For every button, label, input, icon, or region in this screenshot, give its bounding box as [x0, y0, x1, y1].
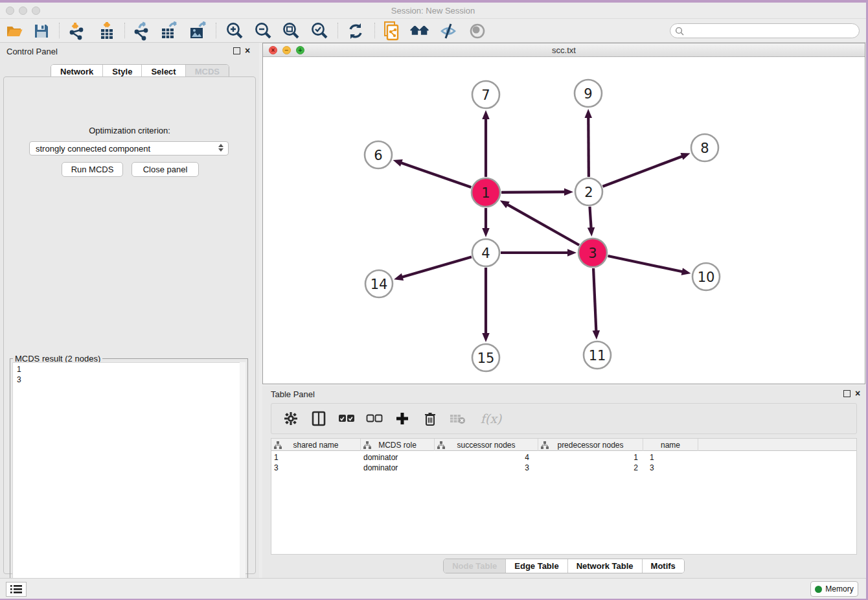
export-image-button[interactable] — [187, 21, 208, 41]
show-all-button[interactable] — [467, 21, 488, 41]
export-table-icon — [159, 21, 179, 41]
zoom-fit-button[interactable] — [280, 21, 301, 41]
tab-motifs[interactable]: Motifs — [643, 559, 684, 573]
edge-arrowhead — [482, 333, 490, 342]
column-header-mcds-role[interactable]: MCDS role — [361, 439, 435, 451]
search-field[interactable] — [670, 23, 860, 38]
graph-node-label: 15 — [477, 351, 495, 366]
network-view-window: × − + scc.txt 7968124314101511 — [262, 43, 865, 384]
new-network-from-selection-button[interactable] — [382, 21, 402, 41]
cell-name: 1 — [650, 453, 695, 463]
columns-icon — [312, 411, 326, 426]
tab-network-table[interactable]: Network Table — [568, 559, 643, 573]
select-all-button[interactable] — [338, 410, 355, 427]
cell-predecessor-nodes: 2 — [538, 463, 638, 473]
tab-edge-table[interactable]: Edge Table — [506, 559, 567, 573]
edge-2-3[interactable] — [589, 207, 591, 229]
zoom-out-button[interactable] — [253, 21, 273, 41]
table-row[interactable]: 3 dominator 3 2 3 — [271, 463, 856, 473]
delete-row-button[interactable] — [422, 410, 439, 427]
table-panel: Table Panel × — [262, 386, 865, 578]
fx-icon: f(x) — [481, 411, 502, 426]
import-table-button[interactable] — [97, 21, 117, 41]
add-row-button[interactable] — [394, 410, 411, 427]
apply-layout-button[interactable] — [345, 21, 366, 41]
column-header-name[interactable]: name — [643, 439, 698, 451]
trash-icon — [424, 411, 437, 426]
memory-button[interactable]: Memory — [810, 581, 858, 597]
edge-arrowhead — [681, 268, 691, 275]
edge-arrowhead — [564, 188, 573, 195]
open-session-button[interactable] — [4, 21, 25, 41]
edge-1-2[interactable] — [501, 192, 566, 192]
save-session-button[interactable] — [31, 21, 52, 41]
edge-arrowhead — [394, 273, 404, 281]
open-folder-icon — [5, 22, 23, 40]
float-table-panel-icon[interactable] — [843, 390, 851, 397]
import-network-button[interactable] — [66, 21, 87, 41]
run-mcds-button[interactable]: Run MCDS — [62, 162, 123, 177]
search-input[interactable] — [687, 27, 859, 36]
network-window-titlebar[interactable]: × − + scc.txt — [263, 43, 865, 57]
edge-arrowhead — [482, 228, 490, 237]
hide-selected-button[interactable] — [438, 21, 459, 41]
new-network-from-selection-icon — [382, 21, 402, 41]
optimization-criterion-select[interactable]: strongly connected component — [29, 141, 229, 156]
task-history-button[interactable] — [6, 582, 27, 597]
eye-slash-icon — [439, 22, 458, 40]
table-panel-tabs: Node Table Edge Table Network Table Moti… — [262, 559, 865, 573]
export-table-button[interactable] — [159, 21, 179, 41]
graph-node-label: 9 — [584, 86, 592, 102]
toolbar-separator — [59, 23, 60, 38]
edge-4-14[interactable] — [401, 257, 472, 277]
delete-table-icon — [450, 412, 466, 425]
export-network-icon — [131, 21, 151, 41]
select-arrows-icon — [218, 144, 223, 152]
gear-icon — [284, 411, 298, 426]
zoom-selected-icon — [310, 21, 329, 41]
desktop-background: Session: New Session — [0, 0, 868, 600]
float-panel-icon[interactable] — [233, 47, 240, 54]
mcds-result-text[interactable]: 1 3 — [12, 362, 246, 599]
zoom-fit-icon — [281, 21, 301, 41]
graph-node-label: 3 — [588, 246, 597, 261]
table-toolbar: f(x) — [271, 403, 857, 434]
zoom-selected-button[interactable] — [309, 21, 330, 41]
close-panel-button[interactable]: Close panel — [131, 162, 199, 177]
zoom-in-icon — [225, 21, 244, 41]
tab-node-table[interactable]: Node Table — [444, 559, 506, 573]
edge-3-1[interactable] — [506, 204, 579, 246]
network-analyzer-button[interactable] — [409, 21, 430, 41]
column-header-successor-nodes[interactable]: successor nodes — [435, 439, 538, 451]
edge-3-11[interactable] — [593, 268, 596, 332]
edge-arrowhead — [585, 109, 592, 118]
toolbar-separator — [216, 23, 216, 38]
optimization-criterion-label: Optimization criterion: — [4, 126, 255, 135]
graph-node-label: 8 — [700, 141, 709, 156]
refresh-icon — [347, 22, 365, 40]
table-panel-title: Table Panel — [271, 389, 315, 399]
result-scrollbar[interactable] — [240, 362, 246, 599]
column-header-predecessor-nodes[interactable]: predecessor nodes — [538, 439, 643, 451]
column-header-shared-name[interactable]: shared name — [271, 439, 361, 451]
close-panel-icon[interactable]: × — [245, 45, 250, 56]
edge-arrowhead — [567, 249, 577, 257]
column-settings-button[interactable] — [282, 410, 299, 427]
cell-successor-nodes: 3 — [435, 463, 529, 473]
edge-3-10[interactable] — [608, 256, 683, 272]
edge-1-6[interactable] — [400, 163, 471, 188]
zoom-in-button[interactable] — [224, 21, 245, 41]
table-row[interactable]: 1 dominator 4 1 1 — [271, 452, 856, 463]
export-network-button[interactable] — [131, 21, 152, 41]
plus-icon — [395, 411, 409, 426]
mcds-panel: Optimization criterion: strongly connect… — [3, 76, 256, 574]
close-table-panel-icon[interactable]: × — [855, 388, 860, 398]
edge-2-9[interactable] — [588, 116, 589, 177]
edge-2-8[interactable] — [603, 156, 684, 186]
table-panel-header: Table Panel × — [262, 386, 865, 402]
column-selector-button[interactable] — [310, 410, 327, 427]
network-canvas[interactable]: 7968124314101511 — [263, 57, 865, 384]
control-panel: Control Panel × Network Style Select MCD… — [0, 43, 259, 578]
unselect-all-button[interactable] — [366, 410, 383, 427]
main-toolbar — [0, 19, 866, 43]
